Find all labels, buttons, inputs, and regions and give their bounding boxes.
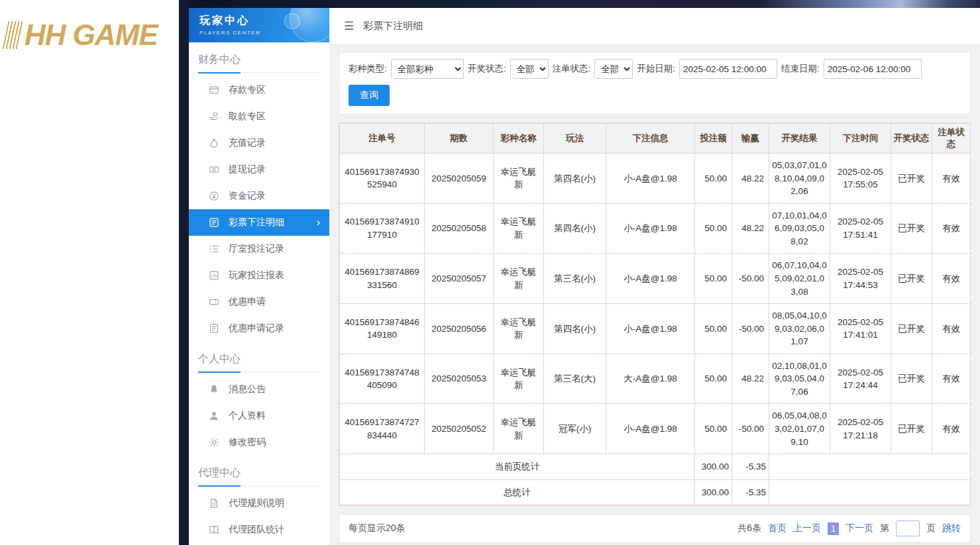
page-jump-input[interactable] <box>896 520 920 536</box>
cashout-icon <box>209 164 219 175</box>
cell-bet-info: 小-A盘@1.98 <box>606 304 695 354</box>
cell-time: 2025-02-05 17:44:53 <box>830 254 891 304</box>
sidebar-item-label: 代理团队统计 <box>229 524 284 536</box>
cell-period: 20250205057 <box>425 254 494 304</box>
sidebar-item[interactable]: 修改密码 <box>189 429 329 456</box>
brand-panel: HH GAME <box>0 0 179 545</box>
cell-period: 20250205058 <box>425 203 494 254</box>
query-button[interactable]: 查询 <box>349 85 390 106</box>
summary-amount: 300.00 <box>695 479 732 505</box>
cell-time: 2025-02-05 17:51:41 <box>830 203 891 254</box>
cell-bet-status: 有效 <box>932 404 971 454</box>
bet-status-select[interactable]: 全部 <box>594 59 633 79</box>
brand-logo: HH GAME <box>5 19 179 52</box>
cell-draw-status: 已开奖 <box>891 354 932 404</box>
sidebar-nav: 财务中心存款专区取款专区充值记录提现记录资金记录彩票下注明细›厅室投注记录玩家投… <box>189 53 329 543</box>
menu-toggle-icon[interactable]: ☰ <box>344 19 354 33</box>
hall-bet-icon <box>209 244 219 254</box>
sidebar-item[interactable]: 优惠申请 <box>189 289 329 315</box>
column-header: 彩种名称 <box>494 124 544 154</box>
cell-result: 06,05,04,08,03,02,01,07,09,10 <box>769 404 830 454</box>
column-header: 输赢 <box>732 124 769 154</box>
cell-lottery: 幸运飞艇新 <box>494 304 544 354</box>
bet-table: 注单号期数彩种名称玩法下注信息投注额输赢开奖结果下注时间开奖状态注单状态 401… <box>339 123 971 505</box>
next-page-link[interactable]: 下一页 <box>845 522 873 534</box>
table-header-row: 注单号期数彩种名称玩法下注信息投注额输赢开奖结果下注时间开奖状态注单状态 <box>340 124 971 154</box>
start-date-input[interactable] <box>679 59 777 79</box>
cell-bet-status: 有效 <box>932 154 971 204</box>
nav-section-heading: 个人中心 <box>198 352 320 372</box>
current-page-indicator[interactable]: 1 <box>828 522 839 535</box>
summary-amount: 300.00 <box>695 454 732 480</box>
table-row: 40156917387484614918020250205056幸运飞艇新第四名… <box>340 304 971 354</box>
main-area: ☰ 彩票下注明细 彩种类型: 全部彩种 开奖状态: 全部 <box>329 8 980 545</box>
sidebar-item-label: 玩家投注报表 <box>229 270 284 281</box>
cell-period: 20250205053 <box>425 354 494 404</box>
top-banner <box>189 0 980 8</box>
sidebar-item[interactable]: 提现记录 <box>189 156 329 183</box>
lottery-type-select[interactable]: 全部彩种 <box>391 59 464 79</box>
prev-page-link[interactable]: 上一页 <box>793 522 821 534</box>
sidebar-item[interactable]: 消息公告 <box>189 376 329 403</box>
cell-play: 第三名(小) <box>544 254 606 304</box>
right-region: 玩家中心 PLAYERS CENTER 财务中心存款专区取款专区充值记录提现记录… <box>189 0 980 545</box>
brand-name: HH GAME <box>25 19 158 52</box>
sidebar-header: 玩家中心 PLAYERS CENTER <box>189 8 329 42</box>
page-title: 彩票下注明细 <box>363 20 423 32</box>
deposit-icon <box>209 85 219 95</box>
summary-win-loss: -5.35 <box>732 479 769 505</box>
pagination: 共6条 首页 上一页 1 下一页 第 页 跳转 <box>737 520 961 536</box>
cell-win-loss: 48.22 <box>732 354 769 404</box>
sidebar-item-label: 消息公告 <box>229 383 266 395</box>
jump-prefix-label: 第 <box>880 522 889 534</box>
bet-status-label: 注单状态: <box>553 63 591 75</box>
cell-period: 20250205056 <box>425 304 494 354</box>
cell-bet-info: 小-A盘@1.98 <box>606 203 695 254</box>
column-header: 投注额 <box>695 124 732 154</box>
cell-play: 第四名(小) <box>544 304 606 354</box>
sidebar-item-label: 优惠申请记录 <box>229 322 284 334</box>
sidebar-item[interactable]: 优惠申请记录 <box>189 315 329 342</box>
first-page-link[interactable]: 首页 <box>768 522 787 534</box>
end-date-input[interactable] <box>824 59 922 79</box>
summary-empty <box>769 454 971 480</box>
table-row: 40156917387493052594020250205059幸运飞艇新第四名… <box>340 154 971 204</box>
draw-status-select[interactable]: 全部 <box>510 59 549 79</box>
nav-section-heading: 代理中心 <box>198 466 320 486</box>
sidebar-item[interactable]: 充值记录 <box>189 130 329 156</box>
cell-play: 第三名(大) <box>544 354 606 404</box>
sidebar-item-label: 优惠申请 <box>229 296 266 308</box>
main-header: ☰ 彩票下注明细 <box>329 8 980 44</box>
summary-label: 总统计 <box>340 479 695 505</box>
summary-win-loss: -5.35 <box>732 454 769 480</box>
sidebar-item[interactable]: 玩家投注报表 <box>189 262 329 289</box>
cell-draw-status: 已开奖 <box>891 203 932 254</box>
sidebar-item[interactable]: 代理规则说明 <box>189 490 329 517</box>
table-row: 40156917387474840509020250205053幸运飞艇新第三名… <box>340 354 971 404</box>
team-icon <box>209 524 219 535</box>
cell-bet-status: 有效 <box>932 203 971 254</box>
cell-bet-info: 小-A盘@1.98 <box>606 254 695 304</box>
sidebar-item[interactable]: 个人资料 <box>189 403 329 429</box>
sidebar-item[interactable]: 资金记录 <box>189 183 329 209</box>
sidebar-item[interactable]: 取款专区 <box>189 103 329 130</box>
cell-period: 20250205059 <box>425 154 494 204</box>
chevron-right-icon: › <box>317 217 320 228</box>
jump-button[interactable]: 跳转 <box>942 522 961 534</box>
cell-lottery: 幸运飞艇新 <box>494 203 544 254</box>
cell-win-loss: -50.00 <box>732 404 769 454</box>
sidebar-item[interactable]: 厅室投注记录 <box>189 236 329 262</box>
table-body: 40156917387493052594020250205059幸运飞艇新第四名… <box>340 154 971 505</box>
sidebar-item-label: 修改密码 <box>229 436 266 448</box>
sidebar-item[interactable]: 存款专区 <box>189 77 329 103</box>
cell-draw-status: 已开奖 <box>891 404 932 454</box>
sidebar-item[interactable]: 彩票下注明细› <box>189 209 329 236</box>
jump-suffix-label: 页 <box>926 522 936 534</box>
funds-icon <box>209 191 219 201</box>
sidebar-item-label: 资金记录 <box>229 190 266 202</box>
withdraw-icon <box>209 111 219 122</box>
sidebar-item-label: 个人资料 <box>229 410 266 422</box>
cell-bet-no: 401569173874748405090 <box>340 354 425 404</box>
cell-lottery: 幸运飞艇新 <box>494 254 544 304</box>
sidebar-item[interactable]: 代理团队统计 <box>189 517 329 543</box>
